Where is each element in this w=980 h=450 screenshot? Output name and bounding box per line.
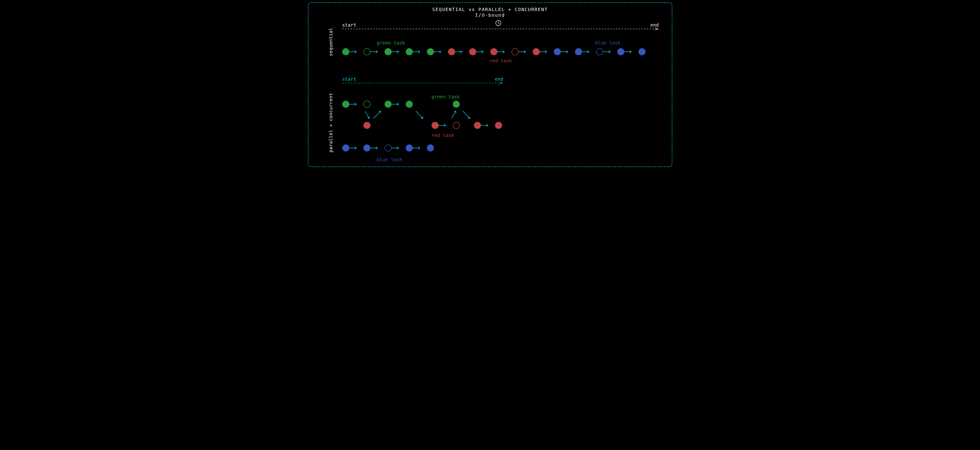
par-blue-circle-4 (427, 144, 434, 152)
par-end-label: end (495, 76, 503, 82)
par-green-circle-1 (363, 101, 371, 108)
seq-arrow-1 (368, 49, 380, 54)
par-start-label: start (342, 76, 356, 82)
seq-red-task-label: red task (489, 58, 512, 64)
seq-end-label: end (651, 22, 659, 28)
seq-blue-task-label: blue task (595, 40, 620, 46)
seq-start-label: start (342, 22, 356, 28)
seq-arrow-12 (601, 49, 612, 54)
par-blue-task-label: blue task (377, 157, 402, 162)
seq-arrow-4 (431, 49, 443, 54)
par-arrow-5 (436, 123, 448, 128)
seq-arrow-10 (558, 49, 570, 54)
par-red-task-label: red task (431, 132, 454, 138)
seq-arrow-2 (389, 49, 401, 54)
par-arrow-1 (389, 102, 401, 107)
par-arrow-3 (371, 109, 383, 121)
par-arrow-9 (347, 145, 359, 150)
section-label-sequential: sequential (328, 28, 334, 56)
seq-arrow-7 (495, 49, 507, 54)
seq-circle-14 (638, 48, 646, 55)
par-red-circle-0 (363, 122, 371, 129)
par-arrow-10 (368, 145, 380, 150)
dashed-frame (308, 2, 672, 167)
par-arrow-0 (347, 102, 359, 107)
clock-icon (495, 20, 501, 26)
diagram-title: SEQUENTIAL vs PARALLEL + CONCURRENT (305, 6, 675, 12)
par-arrow-12 (410, 145, 422, 150)
par-green-task-label: green task (431, 94, 460, 99)
par-arrow-2 (363, 109, 372, 121)
section-label-parallel: parallel + concurrent (328, 93, 334, 152)
svg-line-23 (416, 111, 423, 118)
seq-timeline (342, 27, 659, 30)
par-green-circle-4 (453, 101, 460, 108)
seq-arrow-9 (538, 49, 549, 54)
seq-arrow-0 (347, 49, 359, 54)
par-timeline (342, 81, 503, 85)
svg-line-26 (463, 111, 470, 118)
diagram-subtitle: I/O-bound (305, 12, 675, 18)
par-arrow-8 (479, 123, 490, 128)
seq-arrow-3 (410, 49, 422, 54)
par-arrow-11 (389, 145, 401, 150)
svg-line-21 (365, 111, 369, 118)
par-green-circle-3 (406, 101, 413, 108)
par-red-circle-4 (495, 122, 502, 129)
seq-arrow-6 (474, 49, 486, 54)
seq-arrow-8 (516, 49, 528, 54)
seq-green-task-label: green task (377, 40, 405, 46)
svg-line-25 (452, 111, 456, 118)
svg-line-2 (498, 23, 500, 24)
seq-arrow-13 (622, 49, 634, 54)
seq-arrow-5 (453, 49, 465, 54)
par-arrow-6 (449, 109, 458, 121)
svg-line-22 (374, 111, 380, 118)
seq-arrow-11 (580, 49, 592, 54)
par-arrow-4 (414, 109, 425, 121)
par-red-circle-2 (453, 122, 460, 129)
par-arrow-7 (460, 109, 472, 121)
